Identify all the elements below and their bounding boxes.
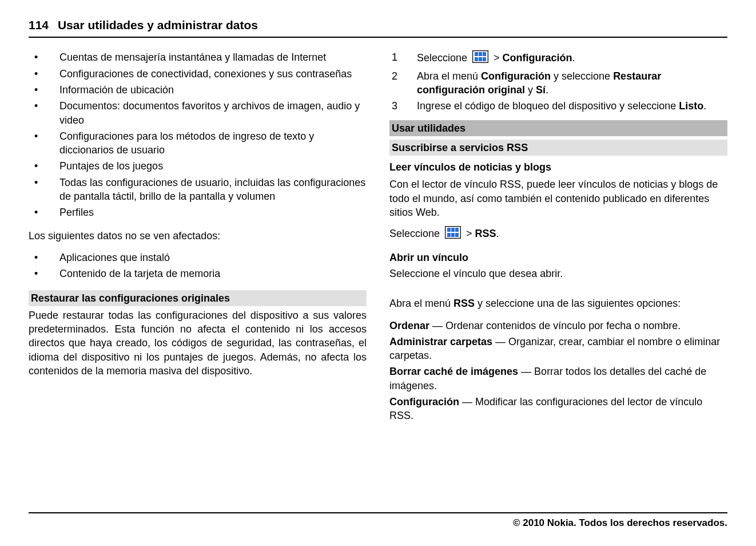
svg-rect-11 (447, 233, 451, 237)
footer: © 2010 Nokia. Todos los derechos reserva… (29, 512, 727, 530)
bullet-icon: • (29, 50, 59, 64)
list-item: •Contenido de la tarjeta de memoria (29, 267, 367, 280)
list-item: 1 Seleccione > Configuración. (389, 50, 727, 66)
list-item-text: Documentos: documentos favoritos y archi… (59, 99, 367, 127)
text-bold: Configuración (481, 70, 551, 82)
text-run: y seleccione una de las siguientes opcio… (475, 298, 681, 309)
paragraph: Con el lector de vínculo RSS, puede leer… (389, 177, 727, 219)
list-item-text: Cuentas de mensajería instantánea y llam… (59, 50, 326, 64)
list-item: •Configuraciones de conectividad, conexi… (29, 67, 367, 81)
list-item-text: Todas las configuraciones de usuario, in… (59, 176, 367, 204)
bullet-icon: • (29, 267, 59, 280)
svg-rect-5 (479, 57, 482, 61)
list-item: 2 Abra el menú Configuración y seleccion… (389, 69, 727, 97)
bullet-list-2: •Aplicaciones que instaló •Contenido de … (29, 251, 367, 281)
bullet-icon: • (29, 83, 59, 97)
right-column: 1 Seleccione > Configuración. 2 Abra el … (389, 50, 727, 425)
bullet-icon: • (29, 176, 59, 204)
text-run: Seleccione (417, 52, 470, 64)
list-item: •Aplicaciones que instaló (29, 251, 367, 264)
option-configuracion: Configuración — Modificar las configurac… (389, 395, 727, 423)
list-item: •Configuraciones para los métodos de ing… (29, 129, 367, 157)
page-number: 114 (29, 18, 49, 31)
section-heading-rss: Suscribirse a servicios RSS (389, 140, 727, 156)
text-run: y seleccione (551, 70, 613, 82)
text-run: Ingrese el código de bloqueo del disposi… (417, 100, 679, 112)
svg-rect-3 (483, 52, 486, 56)
text-run: Seleccione (389, 228, 443, 239)
text-bold: RSS (453, 298, 475, 309)
bullet-list-1: •Cuentas de mensajería instantánea y lla… (29, 50, 367, 219)
list-item-text: Configuraciones para los métodos de ingr… (59, 129, 367, 157)
step-number: 3 (389, 99, 417, 113)
list-item: •Todas las configuraciones de usuario, i… (29, 176, 367, 204)
text-run: . (546, 84, 548, 96)
paragraph: Puede restaurar todas las configuracione… (29, 308, 367, 378)
numbered-list: 1 Seleccione > Configuración. 2 Abra el … (389, 50, 727, 113)
list-item: 3 Ingrese el código de bloqueo del dispo… (389, 99, 727, 113)
option-ordenar: Ordenar — Ordenar contenidos de vínculo … (389, 319, 727, 333)
text-bold: Sí (536, 84, 546, 96)
list-item: •Documentos: documentos favoritos y arch… (29, 99, 367, 127)
bullet-icon: • (29, 159, 59, 173)
option-title: Administrar carpetas (389, 336, 492, 347)
bullet-icon: • (29, 99, 59, 127)
text-run: Abra el menú (417, 70, 481, 82)
svg-rect-12 (451, 233, 455, 237)
apps-grid-icon (472, 50, 488, 66)
page: 114 Usar utilidades y administrar datos … (0, 0, 756, 546)
text-run: y (525, 84, 536, 96)
paragraph: Los siguientes datos no se ven afectados… (29, 229, 367, 243)
page-header: 114 Usar utilidades y administrar datos (29, 17, 727, 38)
step-number: 1 (389, 50, 417, 66)
list-item-text: Configuraciones de conectividad, conexio… (59, 67, 352, 81)
text-bold: RSS (475, 228, 496, 239)
step-text: Seleccione > Configuración. (417, 50, 575, 66)
svg-rect-1 (475, 52, 478, 56)
list-item: •Puntajes de los juegos (29, 159, 367, 173)
text-run: > (466, 228, 475, 239)
sub-heading-open-link: Abrir un vínculo (389, 251, 727, 264)
page-title: Usar utilidades y administrar datos (58, 18, 258, 31)
bullet-icon: • (29, 251, 59, 264)
section-heading-utilities: Usar utilidades (389, 120, 727, 136)
paragraph: Seleccione el vínculo que desea abrir. (389, 267, 727, 280)
svg-rect-10 (455, 228, 459, 232)
svg-rect-9 (451, 228, 455, 232)
svg-rect-8 (447, 228, 451, 232)
list-item-text: Información de ubicación (59, 83, 174, 97)
content-columns: •Cuentas de mensajería instantánea y lla… (29, 50, 727, 425)
copyright: © 2010 Nokia. Todos los derechos reserva… (29, 512, 727, 530)
list-item: •Cuentas de mensajería instantánea y lla… (29, 50, 367, 64)
svg-rect-6 (483, 57, 486, 61)
text-run: . (572, 52, 575, 64)
option-desc: — Ordenar contenidos de vínculo por fech… (429, 320, 681, 331)
step-text: Abra el menú Configuración y seleccione … (417, 69, 727, 97)
section-heading-restore: Restaurar las configuraciones originales (29, 290, 367, 306)
list-item-text: Contenido de la tarjeta de memoria (59, 267, 220, 280)
text-run: . (496, 228, 499, 239)
list-item-text: Aplicaciones que instaló (59, 251, 170, 264)
option-borrar-cache: Borrar caché de imágenes — Borrar todos … (389, 365, 727, 393)
bullet-icon: • (29, 129, 59, 157)
bullet-icon: • (29, 205, 59, 219)
bullet-icon: • (29, 67, 59, 81)
list-item: •Perfiles (29, 205, 367, 219)
option-title: Ordenar (389, 320, 429, 331)
section-heading-read-links: Leer vínculos de noticias y blogs (389, 159, 727, 175)
paragraph: Seleccione > RSS. (389, 226, 727, 242)
text-bold: Listo (679, 100, 703, 112)
option-administrar: Administrar carpetas — Organizar, crear,… (389, 335, 727, 363)
svg-rect-13 (455, 233, 459, 237)
list-item-text: Puntajes de los juegos (59, 159, 163, 173)
svg-rect-4 (475, 57, 478, 61)
option-title: Borrar caché de imágenes (389, 366, 518, 377)
text-bold: Configuración (503, 52, 572, 64)
paragraph: Abra el menú RSS y seleccione una de las… (389, 296, 727, 310)
svg-rect-2 (479, 52, 482, 56)
option-title: Configuración (389, 396, 459, 407)
list-item-text: Perfiles (59, 205, 94, 219)
left-column: •Cuentas de mensajería instantánea y lla… (29, 50, 367, 425)
apps-grid-icon (445, 226, 461, 242)
step-text: Ingrese el código de bloqueo del disposi… (417, 99, 706, 113)
